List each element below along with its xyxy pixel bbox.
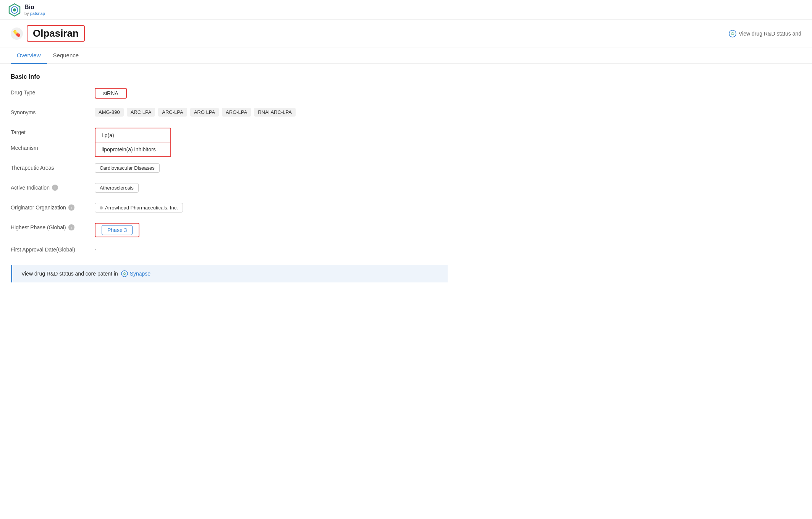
drug-title-left: 💊 Olpasiran [11, 25, 85, 42]
therapeutic-areas-label: Therapeutic Areas [11, 163, 95, 171]
mech-cell: lipoprotein(a) inhibitors [95, 143, 170, 156]
active-indication-info-icon: i [52, 185, 58, 191]
highest-phase-value: Phase 3 [95, 223, 448, 237]
originator-org-label: Originator Organization i [11, 203, 95, 211]
org-dot [100, 206, 103, 209]
synapse-label: Synapse [130, 271, 150, 277]
logo-text: Bio by patsnap [24, 3, 45, 16]
synapse-link[interactable]: Synapse [121, 270, 150, 277]
drug-type-label: Drug Type [11, 88, 95, 96]
highest-phase-row: Highest Phase (Global) i Phase 3 [11, 223, 448, 237]
phase-box: Phase 3 [95, 223, 139, 237]
target-value: Lp(a) lipoprotein(a) inhibitors [95, 128, 448, 157]
drug-title-bar: 💊 Olpasiran View drug R&D status and [0, 20, 812, 47]
synonyms-value: AMG-890 ARC LPA ARC-LPA ARO LPA ARO-LPA … [95, 108, 448, 117]
target-mech-box: Lp(a) lipoprotein(a) inhibitors [95, 128, 171, 157]
drug-type-row: Drug Type siRNA [11, 88, 448, 100]
svg-point-4 [121, 271, 128, 277]
therapeutic-areas-value: Cardiovascular Diseases [95, 163, 448, 173]
svg-point-3 [729, 30, 736, 37]
synonym-tag: ARO LPA [190, 108, 219, 117]
originator-org-value: Arrowhead Pharmaceuticals, Inc. [95, 203, 448, 212]
first-approval-row: First Approval Date(Global) - [11, 245, 448, 257]
view-drug-link[interactable]: View drug R&D status and [729, 30, 801, 37]
drug-type-value: siRNA [95, 88, 448, 99]
active-indication-row: Active Indication i Atherosclerosis [11, 183, 448, 195]
first-approval-label: First Approval Date(Global) [11, 245, 95, 253]
active-indication-tag: Atherosclerosis [95, 183, 139, 193]
phase-badge: Phase 3 [102, 225, 133, 235]
tab-overview[interactable]: Overview [11, 47, 47, 64]
synonym-tag: RNAi ARC-LPA [254, 108, 296, 117]
originator-org-tag: Arrowhead Pharmaceuticals, Inc. [95, 203, 183, 212]
view-link-text: View drug R&D status and [739, 31, 801, 37]
synonym-tag: ARC LPA [127, 108, 155, 117]
target-row: Target Lp(a) lipoprotein(a) inhibitors [11, 128, 448, 157]
active-indication-value: Atherosclerosis [95, 183, 448, 193]
therapeutic-areas-row: Therapeutic Areas Cardiovascular Disease… [11, 163, 448, 175]
first-approval-value: - [95, 245, 448, 253]
drug-type-box: siRNA [95, 88, 127, 99]
drug-icon: 💊 [11, 28, 23, 40]
synapse-icon [729, 30, 736, 37]
app-header: Bio by patsnap [0, 0, 812, 20]
target-cell: Lp(a) [95, 128, 170, 143]
main-content: Basic Info Drug Type siRNA Synonyms AMG-… [0, 64, 458, 292]
synonyms-row: Synonyms AMG-890 ARC LPA ARC-LPA ARO LPA… [11, 108, 448, 120]
active-indication-label: Active Indication i [11, 183, 95, 191]
app-name: Bio [24, 3, 45, 11]
originator-org-row: Originator Organization i Arrowhead Phar… [11, 203, 448, 215]
drug-name-box: Olpasiran [27, 25, 85, 42]
footer-banner: View drug R&D status and core patent in … [11, 265, 448, 282]
synonym-tag: ARO-LPA [222, 108, 251, 117]
target-mechanism-section: Target Lp(a) lipoprotein(a) inhibitors M… [11, 128, 448, 156]
footer-text: View drug R&D status and core patent in [21, 271, 118, 277]
target-label: Target [11, 128, 95, 135]
drug-name: Olpasiran [33, 28, 79, 39]
highest-phase-label: Highest Phase (Global) i [11, 223, 95, 230]
synonyms-label: Synonyms [11, 108, 95, 115]
app-byline: by patsnap [24, 11, 45, 16]
originator-info-icon: i [68, 204, 74, 211]
logo-area: Bio by patsnap [8, 3, 45, 17]
synonym-tag: ARC-LPA [158, 108, 187, 117]
tab-bar: Overview Sequence [0, 47, 812, 64]
synapse-link-icon [121, 270, 128, 277]
section-title: Basic Info [11, 73, 448, 80]
tab-sequence[interactable]: Sequence [47, 47, 85, 64]
therapeutic-area-tag: Cardiovascular Diseases [95, 163, 160, 173]
highest-phase-info-icon: i [68, 224, 74, 230]
svg-point-2 [13, 8, 16, 11]
synonym-tag: AMG-890 [95, 108, 124, 117]
logo-icon [8, 3, 21, 17]
